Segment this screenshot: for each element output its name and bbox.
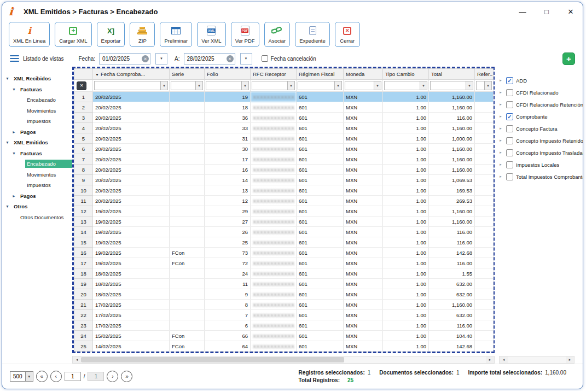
column-header-fecha-comproba[interactable]: ▼Fecha Comproba... <box>93 69 170 80</box>
combo-dropdown-icon[interactable]: ▼ <box>466 81 473 90</box>
tree-item-xml-emitidos[interactable]: ▼XML Emitidos <box>2 137 72 148</box>
tree-item-impuestos[interactable]: Impuestos <box>2 116 72 127</box>
table-row[interactable]: 1818/02/202524XXXXXXXXXXXX601MXN1.001.55 <box>74 268 494 279</box>
table-row[interactable]: 120/02/202519XXXXXXXXXXXX601MXN1.001,160… <box>74 92 494 102</box>
scrollbar-track[interactable] <box>508 356 566 363</box>
column-filter-combobox[interactable]: ▼ <box>94 81 168 90</box>
scroll-right-icon[interactable]: ► <box>566 356 574 363</box>
column-header-tipo-cambio[interactable]: Tipo Cambio <box>383 69 429 80</box>
chevron-right-icon[interactable]: ► <box>499 91 503 94</box>
table-row[interactable]: 920/02/202514XXXXXXXXXXXX601MXN1.001,069… <box>74 175 494 185</box>
table-row[interactable]: 1619/02/2025FCon73XXXXXXXXXXXX601MXN1.00… <box>74 248 494 258</box>
scroll-right-icon[interactable]: ► <box>486 356 494 363</box>
combo-dropdown-icon[interactable]: ▼ <box>420 81 427 90</box>
views-label[interactable]: Listado de vistas <box>23 56 64 62</box>
table-row[interactable]: 220/02/202518XXXXXXXXXXXX601MXN1.001,160… <box>74 102 494 113</box>
page-input[interactable] <box>65 372 81 381</box>
table-row[interactable]: 2317/02/20256XXXXXXXXXXXX601MXN1.00116.0… <box>74 320 494 331</box>
chevron-down-icon[interactable]: ▼ <box>12 151 19 155</box>
combo-dropdown-icon[interactable]: ▼ <box>484 81 491 90</box>
panel-item-concepto-impuesto-trasladado[interactable]: ►Concepto Impuesto Trasladado <box>499 147 583 159</box>
chevron-right-icon[interactable]: ► <box>499 115 503 118</box>
table-row[interactable]: 1419/02/202526XXXXXXXXXXXX601MXN1.00116.… <box>74 227 494 237</box>
combo-dropdown-icon[interactable]: ▼ <box>160 81 167 90</box>
column-header-serie[interactable]: Serie <box>170 69 205 80</box>
column-filter-combobox[interactable]: ▼ <box>476 81 492 90</box>
panel-horizontal-scrollbar[interactable]: ◄ ► <box>499 356 575 364</box>
checkbox[interactable] <box>506 137 513 144</box>
checkbox[interactable] <box>506 125 513 132</box>
column-header-rfc-receptor[interactable]: RFC Receptor <box>251 69 297 80</box>
table-row[interactable]: 1120/02/202512XXXXXXXXXXXX601MXN1.00269.… <box>74 196 494 206</box>
chevron-right-icon[interactable]: ► <box>12 194 19 198</box>
combo-dropdown-icon[interactable]: ▼ <box>334 81 341 90</box>
table-row[interactable]: 720/02/202517XXXXXXXXXXXX601MXN1.001,160… <box>74 154 494 165</box>
preliminar-button[interactable]: Preliminar <box>160 22 192 47</box>
table-row[interactable]: 1219/02/202529XXXXXXXXXXXX601MXN1.001,16… <box>74 206 494 217</box>
close-button[interactable]: ✕ <box>559 2 583 21</box>
scroll-left-icon[interactable]: ◄ <box>73 356 81 363</box>
tree-item-impuestos[interactable]: Impuestos <box>2 180 72 191</box>
checkbox[interactable] <box>506 161 513 168</box>
combo-dropdown-icon[interactable]: ▼ <box>195 81 202 90</box>
add-button[interactable]: + <box>562 52 575 65</box>
table-row[interactable]: 2415/02/2025FCon66XXXXXXXXXXXX601MXN1.00… <box>74 331 494 341</box>
exportar-button[interactable]: X] Exportar <box>97 22 125 47</box>
next-page-button[interactable]: › <box>107 371 118 382</box>
chevron-right-icon[interactable]: ► <box>499 127 503 130</box>
table-row[interactable]: 520/02/202531XXXXXXXXXXXX601MXN1.001,000… <box>74 133 494 144</box>
page-size-select[interactable]: 500 ▼ <box>10 371 33 382</box>
column-header-folio[interactable]: Folio <box>205 69 251 80</box>
minimize-button[interactable]: — <box>510 2 535 21</box>
table-row[interactable]: 1519/02/202525XXXXXXXXXXXX601MXN1.00116.… <box>74 237 494 248</box>
column-filter-combobox[interactable]: ▼ <box>298 81 342 90</box>
table-row[interactable]: 820/02/202516XXXXXXXXXXXX601MXN1.001,160… <box>74 165 494 175</box>
scrollbar-track[interactable] <box>81 356 486 363</box>
chevron-right-icon[interactable]: ► <box>499 175 503 178</box>
tree-item-movimientos[interactable]: Movimientos <box>2 169 72 180</box>
expediente-button[interactable]: Expediente <box>295 22 330 47</box>
ver-xml-button[interactable]: XML Ver XML <box>197 22 225 47</box>
scrollbar-thumb[interactable] <box>81 357 344 362</box>
tree-item-otros-documentos[interactable]: Otros Documentos <box>2 212 72 223</box>
combo-dropdown-icon[interactable]: ▼ <box>241 81 248 90</box>
tree-item-facturas[interactable]: ▼Facturas <box>2 148 72 159</box>
panel-item-concepto-factura[interactable]: ►Concepto Factura <box>499 122 583 134</box>
first-page-button[interactable]: « <box>36 371 48 382</box>
table-row[interactable]: 2217/02/20257XXXXXXXXXXXX601MXN1.00632.0… <box>74 310 494 320</box>
panel-item-add[interactable]: ►✓ADD <box>499 74 583 86</box>
checkbox[interactable] <box>506 101 513 108</box>
clear-date-from-icon[interactable]: ✕ <box>142 55 149 62</box>
column-filter-combobox[interactable]: ▼ <box>345 81 381 90</box>
checkbox[interactable]: ✓ <box>506 77 513 84</box>
table-row[interactable]: 1020/02/202513XXXXXXXXXXXX601MXN1.00169.… <box>74 185 494 196</box>
column-filter-combobox[interactable]: ▼ <box>206 81 249 90</box>
chevron-right-icon[interactable]: ► <box>499 79 503 82</box>
panel-item-total-impuestos-comprobante[interactable]: ►Total Impuestos Comprobante <box>499 171 583 183</box>
checkbox[interactable]: ✓ <box>506 113 513 120</box>
last-page-button[interactable]: » <box>121 371 132 382</box>
column-filter-combobox[interactable]: ▼ <box>430 81 473 90</box>
column-header-regimen-fiscal[interactable]: Régimen Fiscal <box>297 69 344 80</box>
scroll-left-icon[interactable]: ◄ <box>500 356 508 363</box>
chevron-down-icon[interactable]: ▼ <box>5 204 12 208</box>
combo-dropdown-icon[interactable]: ▼ <box>287 81 294 90</box>
table-row[interactable]: 320/02/202536XXXXXXXXXXXX601MXN1.00116.0… <box>74 113 494 123</box>
zip-button[interactable]: ZIP <box>130 22 155 47</box>
ver-pdf-button[interactable]: PDF Ver PDF <box>231 22 259 47</box>
tree-item-otros[interactable]: ▼Otros <box>2 201 72 212</box>
tree-item-xml-recibidos[interactable]: ▼XML Recibidos <box>2 73 72 84</box>
panel-item-cfdi-relacionado-retencion[interactable]: ►CFDI Relacionado Retención <box>499 98 583 110</box>
table-row[interactable]: 2514/02/2025FCon64XXXXXXXXXXXX601MXN1.00… <box>74 341 494 352</box>
column-filter-combobox[interactable]: ▼ <box>252 81 295 90</box>
column-filter-combobox[interactable]: ▼ <box>171 81 203 90</box>
chevron-right-icon[interactable]: ► <box>499 103 503 106</box>
table-row[interactable]: 1719/02/2025FCon72XXXXXXXXXXXX601MXN1.00… <box>74 258 494 268</box>
table-row[interactable]: 620/02/202530XXXXXXXXXXXX601MXN1.001,160… <box>74 144 494 154</box>
prev-page-button[interactable]: ‹ <box>50 371 62 382</box>
chevron-right-icon[interactable]: ► <box>499 139 503 142</box>
panel-item-comprobante[interactable]: ►✓Comprobante <box>499 110 583 122</box>
results-table[interactable]: ▼Fecha Comproba...SerieFolioRFC Receptor… <box>74 68 494 352</box>
combo-dropdown-icon[interactable]: ▼ <box>374 81 381 90</box>
chevron-down-icon[interactable]: ▼ <box>25 372 33 381</box>
